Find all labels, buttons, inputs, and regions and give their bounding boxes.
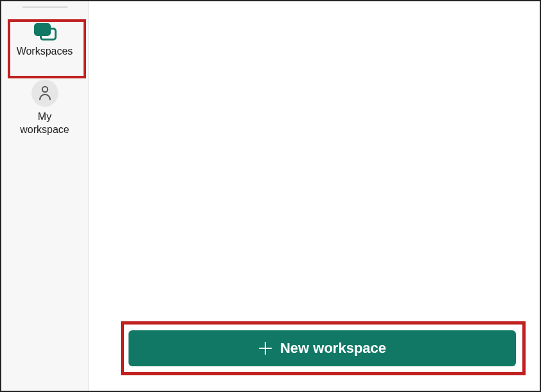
sidebar-item-label: My workspace bbox=[20, 111, 69, 136]
person-icon bbox=[31, 80, 58, 107]
sidebar: Workspaces My workspace bbox=[1, 1, 89, 391]
sidebar-item-workspaces[interactable]: Workspaces bbox=[1, 15, 88, 64]
plus-icon bbox=[258, 341, 272, 355]
sidebar-divider bbox=[22, 6, 67, 8]
workspaces-icon bbox=[33, 22, 57, 41]
main-content: New workspace bbox=[89, 1, 540, 391]
new-workspace-button[interactable]: New workspace bbox=[129, 330, 516, 366]
sidebar-item-my-workspace[interactable]: My workspace bbox=[1, 73, 88, 143]
sidebar-item-label: Workspaces bbox=[17, 45, 73, 58]
new-workspace-label: New workspace bbox=[280, 340, 386, 357]
svg-point-0 bbox=[42, 87, 47, 92]
